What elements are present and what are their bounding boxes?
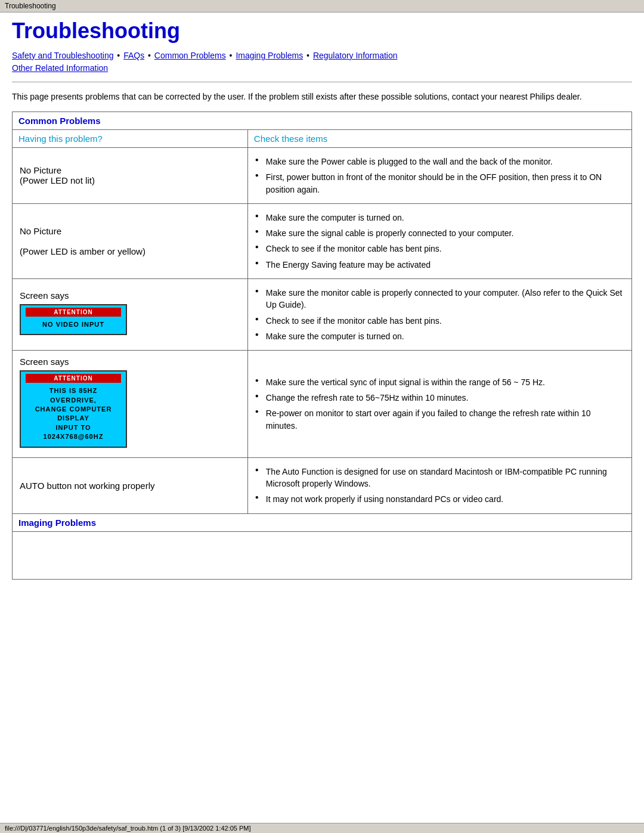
attention-overdrive: ATTENTION THIS IS 85HZ OVERDRIVE,CHANGE …	[20, 370, 127, 447]
check-item: Make sure the signal cable is properly c…	[255, 225, 624, 241]
check-item: Make sure the monitor cable is properly …	[255, 285, 624, 313]
check-item: It may not work properly if using nonsta…	[255, 491, 624, 507]
checks-no-video-input: Make sure the monitor cable is properly …	[247, 279, 631, 351]
table-row: No Picture(Power LED is amber or yellow)…	[13, 203, 632, 278]
col-header-check: Check these items	[247, 130, 631, 148]
checks-overdrive: Make sure the vertical sync of input sig…	[247, 351, 631, 457]
check-item: Check to see if the monitor cable has be…	[255, 241, 624, 256]
breadcrumb-other[interactable]: Other Related Information	[12, 63, 108, 73]
breadcrumb-imaging[interactable]: Imaging Problems	[236, 51, 303, 60]
section-divider	[12, 82, 632, 82]
common-problems-header-row: Common Problems	[13, 112, 632, 130]
problem-no-picture-led-off: No Picture(Power LED not lit)	[13, 148, 248, 204]
status-bar-text: file:///D|/03771/english/150p3de/safety/…	[5, 825, 251, 832]
attention-label: ATTENTION	[26, 308, 121, 317]
check-item: Re-power on monitor to start over again …	[255, 405, 624, 433]
check-item: Make sure the vertical sync of input sig…	[255, 374, 624, 390]
check-item: Make sure the computer is turned on.	[255, 210, 624, 225]
breadcrumb-safety[interactable]: Safety and Troubleshooting	[12, 51, 113, 60]
attention-message-overdrive: THIS IS 85HZ OVERDRIVE,CHANGE COMPUTER D…	[26, 386, 121, 441]
table-row: Screen says ATTENTION THIS IS 85HZ OVERD…	[13, 351, 632, 457]
breadcrumb-common[interactable]: Common Problems	[154, 51, 226, 60]
check-item: Make sure the computer is turned on.	[255, 329, 624, 344]
attention-no-video: ATTENTION NO VIDEO INPUT	[20, 304, 127, 335]
problems-table: Common Problems Having this problem? Che…	[12, 112, 632, 580]
problem-overdrive: Screen says ATTENTION THIS IS 85HZ OVERD…	[13, 351, 248, 457]
common-problems-header: Common Problems	[13, 112, 632, 130]
col-header-problem: Having this problem?	[13, 130, 248, 148]
breadcrumb-faqs[interactable]: FAQs	[123, 51, 144, 60]
check-item: The Auto Function is designed for use on…	[255, 464, 624, 492]
imaging-problems-header-row: Imaging Problems	[13, 513, 632, 531]
browser-tab: Troubleshooting	[0, 0, 644, 13]
problem-no-video-input: Screen says ATTENTION NO VIDEO INPUT	[13, 279, 248, 351]
imaging-problems-content-row	[13, 531, 632, 579]
column-headers-row: Having this problem? Check these items	[13, 130, 632, 148]
imaging-problems-header: Imaging Problems	[13, 513, 632, 531]
table-row: No Picture(Power LED not lit) Make sure …	[13, 148, 632, 204]
breadcrumb-regulatory[interactable]: Regulatory Information	[313, 51, 398, 60]
status-bar: file:///D|/03771/english/150p3de/safety/…	[0, 823, 644, 833]
page-title: Troubleshooting	[12, 18, 632, 44]
check-item: Change the refresh rate to 56~75Hz withi…	[255, 390, 624, 405]
problem-no-picture-led-amber: No Picture(Power LED is amber or yellow)	[13, 203, 248, 278]
check-item: First, power button in front of the moni…	[255, 169, 624, 197]
breadcrumb: Safety and Troubleshooting • FAQs • Comm…	[12, 49, 632, 75]
check-item: Make sure the Power cable is plugged to …	[255, 154, 624, 169]
attention-message: NO VIDEO INPUT	[26, 320, 121, 329]
checks-no-picture-led-off: Make sure the Power cable is plugged to …	[247, 148, 631, 204]
attention-label-overdrive: ATTENTION	[26, 374, 121, 383]
checks-no-picture-led-amber: Make sure the computer is turned on. Mak…	[247, 203, 631, 278]
table-row: Screen says ATTENTION NO VIDEO INPUT Mak…	[13, 279, 632, 351]
check-item: The Energy Saving feature may be activat…	[255, 257, 624, 272]
table-row: AUTO button not working properly The Aut…	[13, 457, 632, 513]
check-item: Check to see if the monitor cable has be…	[255, 313, 624, 329]
checks-auto-button: The Auto Function is designed for use on…	[247, 457, 631, 513]
problem-auto-button: AUTO button not working properly	[13, 457, 248, 513]
intro-text: This page presents problems that can be …	[12, 91, 632, 103]
